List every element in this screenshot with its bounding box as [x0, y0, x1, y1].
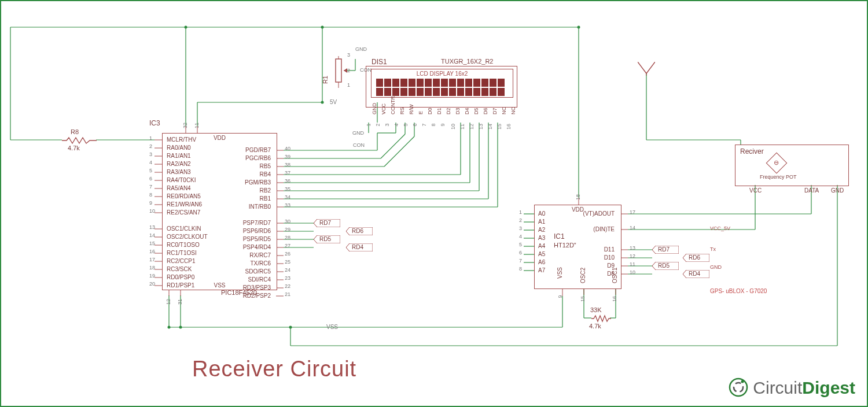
- ic3-ref: IC3: [149, 119, 160, 127]
- freq-pot-label: Frequency POT: [760, 174, 797, 180]
- net-pot-gnd: GND: [355, 46, 367, 52]
- receiver-gnd: GND: [831, 187, 844, 194]
- lcd-outer: LCD DISPLAY 16x2: [366, 66, 517, 108]
- hlabel-rd7-left: RD7: [314, 219, 340, 227]
- svg-point-145: [741, 380, 744, 383]
- svg-line-21: [384, 136, 414, 166]
- receiver-title: Reciver: [740, 147, 764, 156]
- hlabel-rd5-right: RD5: [652, 262, 679, 270]
- ic1-part: HT12D": [554, 242, 576, 249]
- ic3-pin-12: 12: [165, 299, 171, 305]
- net-lcd-gnd: GND: [352, 130, 364, 136]
- svg-point-124: [321, 26, 324, 29]
- lcd-ref: DIS1: [372, 58, 387, 66]
- svg-point-144: [734, 383, 743, 392]
- gps-note: GPS- uBLOX - G7020: [710, 288, 767, 294]
- r1-ref: R1: [322, 76, 329, 84]
- logo-part1: Circuit: [753, 378, 802, 397]
- ic3-vdd: VDD: [214, 135, 226, 141]
- svg-point-129: [578, 26, 580, 29]
- brand-logo: CircuitDigest: [729, 378, 855, 398]
- svg-rect-130: [336, 59, 341, 82]
- net-vss: VSS: [326, 324, 338, 330]
- schematic-title: Receiver Circuit: [192, 357, 356, 382]
- svg-point-123: [185, 26, 187, 29]
- ic3-vss: VSS: [214, 282, 225, 288]
- svg-point-127: [179, 326, 182, 329]
- lcd-row-1: [376, 79, 505, 87]
- net-vcc5v: VCC_5V: [710, 225, 730, 231]
- ic3-pin-32: 32: [182, 123, 188, 128]
- svg-point-128: [289, 326, 292, 329]
- ic1-osc2-lbl: OSC2: [580, 268, 586, 283]
- logo-icon: [729, 378, 748, 397]
- ic3-part: PIC18F4520: [221, 289, 257, 296]
- osc-res-ref: 33K: [590, 306, 602, 313]
- wire-layer: [1, 1, 868, 407]
- hlabel-rd4-right: RD4: [683, 270, 709, 278]
- lcd-text: LCD DISPLAY 16x2: [372, 71, 513, 77]
- svg-line-18: [381, 134, 405, 158]
- lcd-part: TUXGR_16X2_R2: [441, 58, 494, 65]
- hlabel-rd6-right: RD6: [683, 254, 709, 262]
- svg-point-143: [730, 379, 747, 396]
- schematic-frame: IC3 VDD VSS MCLR/THV RA0/AN0 RA1/AN1 RA2…: [0, 0, 868, 407]
- ic1-osc1-lbl: OSC1: [612, 268, 618, 283]
- logo-part2: Digest: [802, 378, 855, 397]
- pot-r1: [331, 56, 347, 89]
- ic1-vss-lbl: VSS: [557, 267, 563, 279]
- net-5v: 5V: [330, 99, 337, 105]
- osc-res-val: 4.7k: [589, 323, 601, 330]
- receiver-data: DATA: [804, 187, 819, 194]
- receiver-box: Reciver ⊖ Frequency POT: [735, 145, 849, 186]
- r8-value: 4.7k: [68, 145, 80, 151]
- ic1-ref: IC1: [554, 232, 565, 240]
- ic3-pin-11: 11: [194, 123, 200, 128]
- lcd-row-2: [376, 88, 505, 96]
- receiver-vcc: VCC: [749, 187, 762, 194]
- net-rx-gnd: GND: [710, 264, 722, 270]
- hlabel-rd7-right: RD7: [652, 246, 679, 254]
- antenna-icon: [638, 62, 655, 77]
- hlabel-rd4-left: RD4: [346, 243, 373, 251]
- net-lcd-con: CON: [353, 142, 365, 148]
- svg-point-125: [321, 101, 324, 104]
- net-tx: Tx: [710, 246, 716, 252]
- ic3-pin-31: 31: [177, 299, 183, 305]
- ic1-pin-18: 18: [575, 194, 581, 200]
- hlabel-rd6-left: RD6: [346, 227, 373, 235]
- hlabel-rd5-left: RD5: [314, 235, 340, 243]
- ic1-vdd: VDD: [572, 206, 584, 213]
- svg-point-126: [168, 326, 171, 329]
- r8-ref: R8: [71, 128, 79, 135]
